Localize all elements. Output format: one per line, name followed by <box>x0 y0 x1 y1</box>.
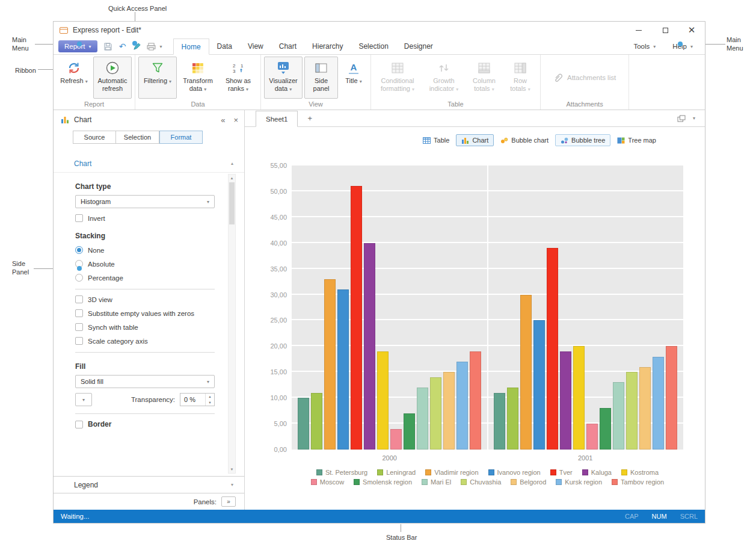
toggle-table[interactable]: Table <box>417 134 455 146</box>
annotation-main-menu-right: Main Menu <box>727 36 749 53</box>
undo-button[interactable]: ↶ <box>117 40 129 52</box>
invert-checkbox-row[interactable]: Invert <box>75 214 215 222</box>
collapse-panel-icon[interactable]: « <box>221 116 225 125</box>
bar <box>311 393 322 450</box>
popout-window-icon[interactable] <box>677 115 686 122</box>
chevron-down-icon: ▾ <box>492 87 494 92</box>
bar <box>443 372 455 450</box>
scroll-down-icon[interactable]: ▼ <box>229 466 235 473</box>
toggle-bubble-chart[interactable]: Bubble chart <box>495 134 554 146</box>
scale-category-axis-row[interactable]: Scale category axis <box>75 337 215 345</box>
side-panel-button[interactable]: Side panel <box>304 57 338 99</box>
bar <box>653 357 664 450</box>
scale-category-axis-checkbox[interactable] <box>75 337 83 345</box>
3d-view-checkbox[interactable] <box>75 295 83 303</box>
3d-view-row[interactable]: 3D view <box>75 295 215 303</box>
stacking-percentage-row[interactable]: Percentage <box>75 274 215 282</box>
fill-color-dropdown[interactable]: ▾ <box>75 393 92 406</box>
chevron-down-icon: ▾ <box>289 87 292 92</box>
invert-checkbox[interactable] <box>75 214 83 222</box>
maximize-button[interactable] <box>652 22 678 39</box>
fill-type-value: Solid fill <box>81 378 103 385</box>
tab-selection[interactable]: Selection <box>351 39 396 54</box>
substitute-empty-checkbox[interactable] <box>75 309 83 317</box>
substitute-empty-row[interactable]: Substitute empty values with zeros <box>75 309 215 317</box>
tools-button[interactable]: Tools ▾ <box>633 43 656 50</box>
tab-view[interactable]: View <box>240 39 271 54</box>
app-icon <box>60 27 68 34</box>
transform-data-button[interactable]: Transform data ▾ <box>179 57 217 99</box>
toggle-bubble-tree[interactable]: Bubble tree <box>555 134 610 146</box>
bar <box>298 398 309 450</box>
border-checkbox[interactable] <box>75 421 83 428</box>
tab-designer[interactable]: Designer <box>396 39 441 54</box>
panel-tab-selection[interactable]: Selection <box>116 131 159 144</box>
tab-data[interactable]: Data <box>209 39 240 54</box>
annotation-line <box>401 524 401 532</box>
show-as-ranks-button[interactable]: 231 Show as ranks ▾ <box>219 57 257 99</box>
chevron-down-icon: ▾ <box>89 44 91 49</box>
filtering-button[interactable]: Filtering ▾ <box>138 57 177 99</box>
spinner-up-icon[interactable]: ▲ <box>206 394 214 400</box>
visualizer-data-icon <box>277 60 290 76</box>
print-button[interactable] <box>146 40 158 52</box>
tab-chart[interactable]: Chart <box>271 39 304 54</box>
help-button[interactable]: Help ▾ <box>672 43 693 50</box>
visualizer-data-button[interactable]: Visualizer data ▾ <box>264 57 303 99</box>
window-title: Express report - Edit* <box>73 26 141 34</box>
annotation-status-bar: Status Bar <box>386 533 417 542</box>
chart-plot <box>292 165 683 450</box>
legend-swatch <box>316 469 322 475</box>
minimize-button[interactable] <box>625 22 652 39</box>
bar <box>456 362 468 450</box>
ribbon-group-label-attachments: Attachments <box>544 99 625 110</box>
scroll-up-icon[interactable]: ▲ <box>229 175 235 182</box>
growth-indicator-button[interactable]: Growth indicator ▾ <box>423 57 465 99</box>
bar-group-2001 <box>487 165 684 450</box>
transparency-spinner[interactable]: 0 % ▲ ▼ <box>180 393 215 406</box>
add-sheet-button[interactable]: + <box>303 114 317 123</box>
title-button[interactable]: A Title ▾ <box>340 57 367 99</box>
chart-type-select[interactable]: Histogram ▾ <box>75 195 215 208</box>
save-button[interactable] <box>102 40 114 52</box>
synch-with-table-checkbox[interactable] <box>75 323 83 331</box>
conditional-formatting-button[interactable]: Conditional formatting ▾ <box>374 57 421 99</box>
status-message: Waiting... <box>61 513 90 520</box>
attachments-list-button[interactable]: Attachments list <box>544 57 625 99</box>
synch-with-table-row[interactable]: Synch with table <box>75 323 215 331</box>
spinner-down-icon[interactable]: ▼ <box>206 400 214 406</box>
sheetbar-dropdown-icon[interactable]: ▾ <box>693 116 695 121</box>
automatic-refresh-button[interactable]: Automatic refresh <box>93 57 132 99</box>
legend-item: Leningrad <box>377 469 416 476</box>
close-panel-icon[interactable]: × <box>233 116 238 125</box>
panel-scrollbar[interactable]: ▲ ▼ <box>228 174 236 474</box>
border-row[interactable]: Border <box>75 420 215 428</box>
chevron-down-icon: ▾ <box>690 44 693 49</box>
bar <box>573 346 585 450</box>
y-tick-label: 35,00 <box>270 265 287 273</box>
bar <box>626 372 638 450</box>
tab-hierarchy[interactable]: Hierarchy <box>304 39 351 54</box>
print-dropdown-icon[interactable]: ▾ <box>160 44 162 49</box>
tab-home[interactable]: Home <box>173 39 209 55</box>
fill-type-select[interactable]: Solid fill ▾ <box>75 375 215 388</box>
panel-tab-source[interactable]: Source <box>73 131 116 144</box>
refresh-button[interactable]: Refresh ▾ <box>57 57 91 99</box>
toggle-tree-map[interactable]: Tree map <box>612 134 662 146</box>
stacking-none-row[interactable]: None <box>75 246 215 254</box>
section-legend-header[interactable]: Legend ▾ <box>54 476 244 493</box>
stacking-percentage-radio[interactable] <box>75 274 83 282</box>
section-chart-header[interactable]: Chart ▴ <box>54 155 244 173</box>
close-button[interactable]: ✕ <box>678 22 705 39</box>
column-totals-button[interactable]: Column totals ▾ <box>467 57 502 99</box>
transparency-row: ▾ Transparency: 0 % ▲ ▼ <box>75 393 215 406</box>
sheet-tab-sheet1[interactable]: Sheet1 <box>256 111 298 127</box>
panel-tab-format[interactable]: Format <box>159 131 203 144</box>
stacking-none-radio[interactable] <box>75 246 83 254</box>
toggle-tree-map-label: Tree map <box>628 137 656 144</box>
row-totals-button[interactable]: Row totals ▾ <box>503 57 537 99</box>
stacking-absolute-row[interactable]: Absolute <box>75 260 215 268</box>
expand-panels-button[interactable]: » <box>221 496 236 507</box>
toggle-chart[interactable]: Chart <box>456 134 494 146</box>
scrollbar-thumb[interactable] <box>229 182 235 224</box>
